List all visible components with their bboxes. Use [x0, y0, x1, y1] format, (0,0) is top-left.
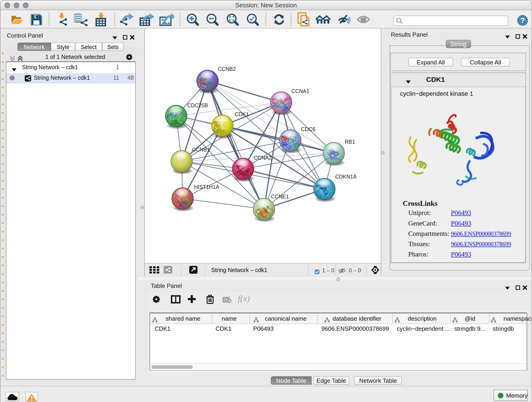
svg-text:?: ? [520, 16, 525, 25]
svg-text:RB1: RB1 [345, 139, 355, 145]
svg-text:CDC6: CDC6 [301, 126, 316, 132]
svg-text:CDC25B: CDC25B [187, 102, 208, 108]
svg-text:CCNA1: CCNA1 [291, 88, 309, 94]
svg-text:CCNE1: CCNE1 [271, 194, 289, 200]
svg-text:CCNB1: CCNB1 [192, 147, 210, 153]
svg-text:CCNA2: CCNA2 [254, 155, 272, 161]
svg-text:CCNB2: CCNB2 [218, 66, 236, 72]
svg-text:CDKN1A: CDKN1A [335, 174, 357, 180]
svg-text:HIST1H1A: HIST1H1A [194, 184, 220, 190]
svg-text:CDK1: CDK1 [235, 111, 249, 117]
